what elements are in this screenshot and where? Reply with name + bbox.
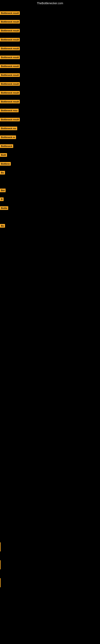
bottleneck-badge-container-11: Bottleneck resu: [0, 109, 19, 113]
bottleneck-badge-container-3: Bottleneck result: [0, 38, 20, 42]
bottleneck-badge[interactable]: Bo: [0, 224, 5, 228]
bottleneck-badge-container-0: Bottleneck result: [0, 11, 20, 16]
bottleneck-badge[interactable]: Bottle: [0, 206, 8, 210]
site-title: TheBottlenecker.com: [0, 0, 100, 6]
bottleneck-badge-container-2: Bottleneck result: [0, 29, 20, 33]
bottleneck-badge[interactable]: B: [0, 198, 3, 201]
bottleneck-badge[interactable]: Bottleneck result: [0, 100, 20, 104]
vertical-bar-2: [0, 578, 0, 587]
vertical-bar-1: [0, 560, 0, 569]
bottleneck-badge-container-5: Bottleneck result: [0, 56, 20, 60]
bottleneck-badge[interactable]: Bottleneck result: [0, 118, 20, 121]
bottleneck-badge-container-6: Bottleneck result: [0, 64, 20, 69]
bottleneck-badge[interactable]: Bottleneck result: [0, 56, 20, 59]
bottleneck-badge-container-8: Bottleneck result: [0, 82, 20, 86]
bottleneck-badge[interactable]: Bottleneck result: [0, 64, 20, 68]
bottleneck-badge-container-18: Bo: [0, 171, 5, 175]
bottleneck-badge[interactable]: Bottleneck result: [0, 29, 20, 32]
bottleneck-badge[interactable]: Bottleneck result: [0, 73, 20, 77]
bottleneck-badge-container-21: Bottle: [0, 206, 8, 211]
bottleneck-badge[interactable]: Bottleneck result: [0, 47, 20, 50]
bottleneck-badge[interactable]: Bottleneck res: [0, 126, 17, 130]
bottleneck-badge[interactable]: Bottleneck result: [0, 20, 20, 24]
bottleneck-badge[interactable]: Bottlene: [0, 162, 11, 166]
bottleneck-badge-container-13: Bottleneck res: [0, 126, 17, 131]
bottleneck-badge[interactable]: Bo: [0, 171, 5, 174]
bottleneck-badge[interactable]: Bot: [0, 188, 6, 192]
bottleneck-badge[interactable]: Bottleneck result: [0, 38, 20, 42]
bottleneck-badge[interactable]: Bottleneck resu: [0, 109, 19, 112]
bottleneck-badge-container-9: Bottleneck result: [0, 91, 20, 96]
bottleneck-badge-container-1: Bottleneck result: [0, 20, 20, 24]
bottleneck-badge-container-17: Bottlene: [0, 162, 11, 166]
bottleneck-badge-container-15: Bottleneck: [0, 144, 13, 149]
bottleneck-badge-container-7: Bottleneck result: [0, 73, 20, 78]
bottleneck-badge[interactable]: Bottleneck: [0, 144, 13, 148]
bottleneck-badge-container-20: B: [0, 198, 3, 202]
bottleneck-badge[interactable]: Bottleneck result: [0, 11, 20, 15]
bottleneck-badge-container-22: Bo: [0, 224, 5, 228]
bottleneck-badge-container-4: Bottleneck result: [0, 47, 20, 51]
bottleneck-badge-container-12: Bottleneck result: [0, 118, 20, 122]
bottleneck-badge[interactable]: Bottl: [0, 153, 7, 157]
bottleneck-badge-container-14: Bottleneck re: [0, 136, 16, 140]
bottleneck-badge[interactable]: Bottleneck result: [0, 91, 20, 94]
bottleneck-badge[interactable]: Bottleneck re: [0, 136, 16, 139]
bottleneck-badge-container-16: Bottl: [0, 153, 7, 158]
bottleneck-badge[interactable]: Bottleneck result: [0, 82, 20, 86]
bottleneck-badge-container-10: Bottleneck result: [0, 100, 20, 104]
bottleneck-badge-container-19: Bot: [0, 188, 6, 193]
vertical-bar-0: [0, 542, 0, 552]
